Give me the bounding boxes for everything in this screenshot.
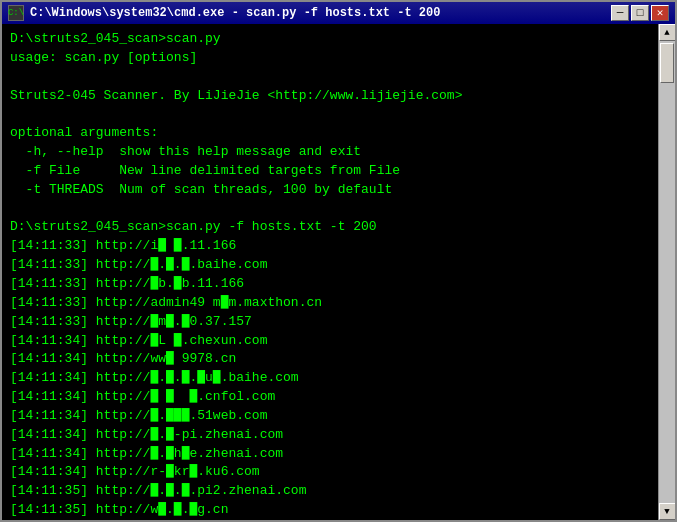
cmd-window: C:\ C:\Windows\system32\cmd.exe - scan.p… <box>0 0 677 522</box>
minimize-button[interactable]: ─ <box>611 5 629 21</box>
terminal-line: -f File New line delimited targets from … <box>10 162 650 181</box>
scroll-up-button[interactable]: ▲ <box>659 24 676 41</box>
terminal-line: [14:11:33] http://█.█.█.baihe.com <box>10 256 650 275</box>
terminal-line: [14:11:34] http://█.███.51web.com <box>10 407 650 426</box>
terminal-line: [14:11:35] http://█.█.█.pi2.zhenai.com <box>10 482 650 501</box>
terminal-line: [14:11:34] http://ww█ 9978.cn <box>10 350 650 369</box>
terminal-line: D:\struts2_045_scan>scan.py -f hosts.txt… <box>10 218 650 237</box>
terminal-line <box>10 200 650 219</box>
terminal-line: [14:11:33] http://█m█.█0.37.157 <box>10 313 650 332</box>
scrollbar-thumb[interactable] <box>660 43 674 83</box>
terminal-line: [14:11:34] http://█ █ █.cnfol.com <box>10 388 650 407</box>
terminal-line: [14:11:35] http://w█.█.█g.cn <box>10 501 650 520</box>
scrollbar[interactable]: ▲ ▼ <box>658 24 675 520</box>
terminal-line: -t THREADS Num of scan threads, 100 by d… <box>10 181 650 200</box>
terminal-output[interactable]: D:\struts2_045_scan>scan.pyusage: scan.p… <box>2 24 658 520</box>
terminal-line: usage: scan.py [options] <box>10 49 650 68</box>
terminal-line: [14:11:33] http://i█ █.11.166 <box>10 237 650 256</box>
terminal-line: -h, --help show this help message and ex… <box>10 143 650 162</box>
terminal-line: [14:11:34] http://█L █.chexun.com <box>10 332 650 351</box>
titlebar[interactable]: C:\ C:\Windows\system32\cmd.exe - scan.p… <box>2 2 675 24</box>
terminal-line <box>10 105 650 124</box>
scrollbar-track[interactable] <box>659 41 675 503</box>
terminal-line: [14:11:33] http://█b.█b.11.166 <box>10 275 650 294</box>
terminal-line <box>10 68 650 87</box>
scroll-down-button[interactable]: ▼ <box>659 503 676 520</box>
titlebar-buttons: ─ □ ✕ <box>611 5 669 21</box>
close-button[interactable]: ✕ <box>651 5 669 21</box>
terminal-line: [14:11:34] http://█.█h█e.zhenai.com <box>10 445 650 464</box>
window-title: C:\Windows\system32\cmd.exe - scan.py -f… <box>30 6 611 20</box>
terminal-line: Struts2-045 Scanner. By LiJieJie <http:/… <box>10 87 650 106</box>
maximize-button[interactable]: □ <box>631 5 649 21</box>
terminal-line: D:\struts2_045_scan>scan.py <box>10 30 650 49</box>
content-area: D:\struts2_045_scan>scan.pyusage: scan.p… <box>2 24 675 520</box>
terminal-line: [14:11:34] http://█.█.█.█u█.baihe.com <box>10 369 650 388</box>
terminal-line: [14:11:34] http://█.█-pi.zhenai.com <box>10 426 650 445</box>
terminal-line: optional arguments: <box>10 124 650 143</box>
terminal-line: [14:11:33] http://admin49 m█m.maxthon.cn <box>10 294 650 313</box>
terminal-line: [14:11:34] http://r-█kr█.ku6.com <box>10 463 650 482</box>
window-icon: C:\ <box>8 5 24 21</box>
